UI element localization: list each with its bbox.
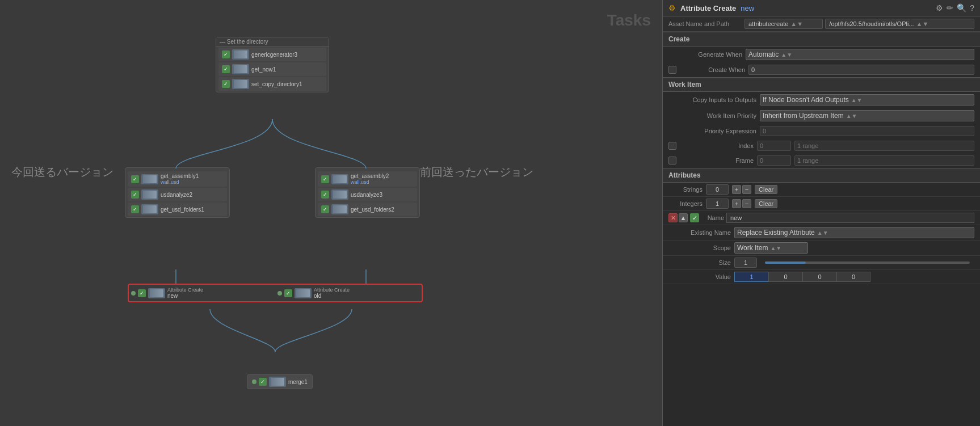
value-row: Value [663,270,980,284]
integers-label: Integers [668,200,703,207]
node-get_usd_folders1[interactable]: ✓ get_usd_folders1 [128,203,227,216]
size-slider[interactable] [765,261,970,264]
index-input[interactable] [757,141,791,151]
node-get_assembly1[interactable]: ✓ get_assembly1 wall.usd [128,171,227,187]
integers-row: Integers + − Clear [663,197,980,211]
value-input-0[interactable] [734,272,768,282]
node-get_usd_folders2[interactable]: ✓ get_usd_folders2 [318,203,417,216]
frame-input[interactable] [757,155,791,166]
asset-name-row: Asset Name and Path attributecreate ▲▼ /… [663,16,980,32]
question-icon[interactable]: ? [970,3,974,12]
asset-path-value[interactable]: /opt/hfs20.5/houdini/otls/OPli... ▲▼ [825,19,974,29]
node-label: get_now1 [251,66,276,73]
delete-item-button[interactable]: ✕ [668,213,678,222]
generate-when-value: Automatic [748,50,779,58]
attributes-section-header[interactable]: Attributes [663,168,980,183]
work-item-priority-select[interactable]: Inherit from Upstream Item ▲▼ [760,110,974,121]
tasks-label: Tasks [607,11,651,29]
strings-remove-button[interactable]: − [742,185,751,194]
scope-label: Scope [668,244,731,251]
merge-node[interactable]: ✓ merge1 [247,374,313,389]
node-usdanalyze3[interactable]: ✓ usdanalyze3 [318,188,417,201]
node-icon [331,174,348,184]
frame-input2[interactable] [794,155,974,166]
existing-name-select[interactable]: Replace Existing Attribute ▲▼ [734,227,974,238]
attr-create-new-node[interactable]: ✓ Attribute Create new [131,287,273,299]
node-label: genericgenerator3 [251,52,297,58]
index-input2[interactable] [794,141,974,151]
copy-inputs-label: Copy Inputs to Outputs [668,96,756,103]
right-node-group: ✓ get_assembly2 wall.usd ✓ usdanalyze3 ✓… [315,167,420,218]
existing-name-value: Replace Existing Attribute [737,229,815,237]
node-icon [232,64,249,74]
props-subtitle: new [741,4,754,12]
work-item-priority-arrow: ▲▼ [846,113,857,119]
node-check: ✓ [131,191,139,199]
asset-name-text: attributecreate [748,20,788,27]
strings-add-button[interactable]: + [732,185,741,194]
create-section-header[interactable]: Create [663,32,980,47]
attr-create-old-node[interactable]: ✓ Attribute Create old [277,287,419,299]
scope-select[interactable]: Work Item ▲▼ [734,242,808,254]
props-title: Attribute Create [680,4,736,12]
create-when-checkbox[interactable] [668,66,676,74]
connector-dot [252,379,256,384]
value-input-3[interactable] [836,272,870,282]
graph-area: Tasks 今回送るバージョン 前回送ったバージョン — Set the dir… [0,0,662,426]
strings-input[interactable] [706,184,729,195]
node-get_now1[interactable]: ✓ get_now1 [218,62,326,76]
frame-checkbox[interactable] [668,157,676,165]
value-input-2[interactable] [802,272,836,282]
connector-dot [277,291,282,296]
integers-input[interactable] [706,199,729,209]
value-input-1[interactable] [768,272,802,282]
integers-add-button[interactable]: + [732,199,741,208]
asset-path-arrow: ▲▼ [916,20,929,27]
props-panel: ⚙ Attribute Create new ⚙ ✏ 🔍 ? Asset Nam… [662,0,980,426]
node-icon [141,189,158,200]
gear-icon[interactable]: ⚙ [936,3,943,12]
strings-label: Strings [668,186,703,193]
generate-when-select[interactable]: Automatic ▲▼ [746,49,974,60]
node-genericgenerator3[interactable]: ✓ genericgenerator3 [218,48,326,61]
search-icon[interactable]: 🔍 [957,3,966,12]
edit-icon[interactable]: ✏ [947,3,953,12]
frame-row: Frame [663,153,980,168]
node-label: usdanalyze2 [161,192,192,198]
priority-expression-label: Priority Expression [668,128,756,134]
left-node-group: ✓ get_assembly1 wall.usd ✓ usdanalyze2 ✓… [125,167,230,218]
node-type-label: Attribute Create [167,287,203,293]
asset-name-label: Asset Name and Path [668,20,742,27]
move-up-button[interactable]: ▲ [679,213,688,222]
integer-item-row: ✕ ▲ ✓ Name [663,211,980,225]
create-when-input[interactable] [748,65,974,75]
integers-clear-button[interactable]: Clear [755,199,777,208]
bottom-nodes-group: ✓ Attribute Create new ✓ Attribute Creat… [128,284,423,302]
connector-dot [131,291,136,296]
size-input[interactable] [734,258,757,268]
node-icon [331,189,348,200]
asset-name-value[interactable]: attributecreate ▲▼ [745,19,823,29]
create-when-row: Create When [663,62,980,77]
node-set_copy_directory1[interactable]: ✓ set_copy_directory1 [218,77,326,91]
priority-expression-input[interactable] [760,126,974,136]
value-inputs [734,272,974,282]
copy-inputs-select[interactable]: If Node Doesn't Add Outputs ▲▼ [760,94,974,106]
node-check: ✓ [321,205,329,213]
work-item-section-header[interactable]: Work Item [663,77,980,92]
node-usdanalyze2[interactable]: ✓ usdanalyze2 [128,188,227,201]
node-type-label: Attribute Create [314,287,350,293]
item-enabled-check[interactable]: ✓ [690,213,699,222]
node-check: ✓ [222,65,230,73]
index-checkbox[interactable] [668,142,676,150]
work-item-priority-row: Work Item Priority Inherit from Upstream… [663,108,980,124]
strings-row: Strings + − Clear [663,183,980,197]
node-sublabel: wall.usd [351,179,389,185]
node-get_assembly2[interactable]: ✓ get_assembly2 wall.usd [318,171,417,187]
copy-inputs-value: If Node Doesn't Add Outputs [763,96,849,104]
props-tools: ⚙ ✏ 🔍 ? [936,3,974,12]
name-input[interactable] [726,213,974,223]
strings-clear-button[interactable]: Clear [755,185,777,194]
jp-label-2: 前回送ったバージョン [420,165,533,180]
integers-remove-button[interactable]: − [742,199,751,208]
